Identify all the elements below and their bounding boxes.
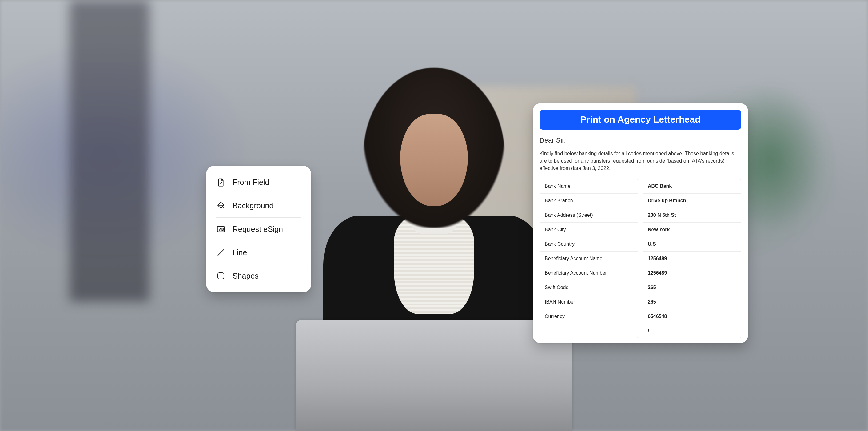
- tool-panel: From Field Background AB Request eSign L…: [206, 166, 311, 292]
- print-on-letterhead-button[interactable]: Print on Agency Letterhead: [539, 110, 741, 130]
- tool-item-request-esign[interactable]: AB Request eSign: [206, 217, 311, 241]
- svg-text:AB: AB: [219, 228, 224, 231]
- table-label-cell: Bank Address (Street): [540, 208, 638, 222]
- table-label-cell: Currency: [540, 309, 638, 323]
- tool-label: Background: [232, 201, 274, 210]
- person-face: [400, 114, 468, 206]
- table-value-cell: Drive-up Branch: [643, 193, 741, 208]
- tool-label: From Field: [232, 178, 269, 187]
- tool-label: Request eSign: [232, 225, 283, 234]
- table-value-cell: 1256489: [643, 251, 741, 266]
- tool-label: Line: [232, 248, 247, 257]
- tool-label: Shapes: [232, 271, 259, 281]
- background-frame: [69, 0, 150, 302]
- table-value-cell: 1256489: [643, 266, 741, 280]
- laptop: [296, 320, 572, 431]
- document-salutation: Dear Sir,: [539, 136, 741, 144]
- svg-point-0: [223, 207, 224, 209]
- tool-item-line[interactable]: Line: [206, 241, 311, 264]
- table-values-column: ABC Bank Drive-up Branch 200 N 6th St Ne…: [643, 179, 741, 338]
- table-label-cell: IBAN Number: [540, 295, 638, 309]
- svg-line-3: [218, 249, 224, 256]
- table-label-cell: Beneficiary Account Number: [540, 266, 638, 280]
- table-label-cell: Bank Branch: [540, 193, 638, 208]
- table-value-cell: 6546548: [643, 309, 741, 323]
- table-label-cell: Bank Name: [540, 179, 638, 193]
- file-icon: [216, 177, 226, 187]
- table-value-cell: /: [643, 323, 741, 338]
- table-value-cell: 200 N 6th St: [643, 208, 741, 222]
- tool-item-from-field[interactable]: From Field: [206, 171, 311, 194]
- banking-details-table: Bank Name Bank Branch Bank Address (Stre…: [539, 179, 741, 338]
- tool-item-shapes[interactable]: Shapes: [206, 264, 311, 288]
- line-icon: [216, 248, 226, 257]
- table-labels-column: Bank Name Bank Branch Bank Address (Stre…: [539, 179, 638, 338]
- esign-icon: AB: [216, 224, 226, 234]
- tool-item-background[interactable]: Background: [206, 194, 311, 217]
- fill-icon: [216, 201, 226, 210]
- table-value-cell: 265: [643, 295, 741, 309]
- table-label-cell: Bank Country: [540, 237, 638, 251]
- document-card: Print on Agency Letterhead Dear Sir, Kin…: [533, 103, 748, 343]
- table-value-cell: U.S: [643, 237, 741, 251]
- table-label-cell: Bank City: [540, 222, 638, 237]
- svg-rect-4: [218, 273, 224, 279]
- table-label-cell: [540, 323, 638, 338]
- table-value-cell: ABC Bank: [643, 179, 741, 193]
- table-value-cell: 265: [643, 280, 741, 295]
- person-with-laptop: [296, 19, 572, 431]
- shape-icon: [216, 271, 226, 281]
- table-label-cell: Swift Code: [540, 280, 638, 295]
- document-intro: Kindly find below banking details for al…: [539, 150, 741, 172]
- table-label-cell: Beneficiary Account Name: [540, 251, 638, 266]
- table-value-cell: New York: [643, 222, 741, 237]
